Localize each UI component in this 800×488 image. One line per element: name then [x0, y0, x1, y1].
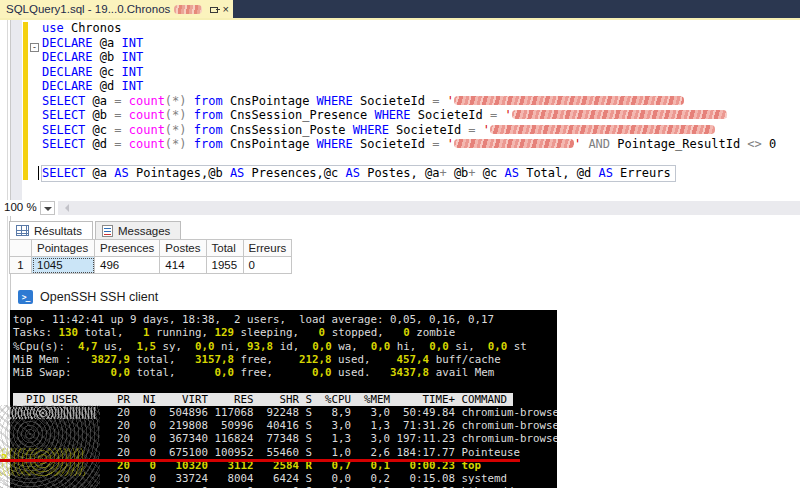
red-annotation-underline [0, 459, 520, 462]
code-line[interactable]: SELECT @a AS Pointages,@b AS Presences,@… [42, 166, 675, 181]
results-tab-strip: Résultats Messages [9, 221, 181, 239]
code-token: INT [121, 50, 143, 64]
grid-header-row: PointagesPresencesPostesTotalErreurs [10, 240, 292, 257]
code-token: AND [588, 137, 610, 151]
code-line[interactable]: DECLARE @a INT [42, 36, 776, 51]
code-line[interactable]: SELECT @a = count(*) from CnsPointage WH… [42, 94, 776, 109]
tab-messages[interactable]: Messages [95, 221, 181, 239]
ssh-window-titlebar[interactable]: >_ OpenSSH SSH client [18, 290, 158, 304]
code-token: from [194, 123, 223, 137]
tab-resultats-label: Résultats [34, 225, 82, 237]
terminal-text: 3437,8 [390, 366, 429, 379]
redacted-societe-id [454, 139, 574, 148]
code-token: use [42, 21, 64, 35]
grid-cell[interactable]: 414 [160, 257, 206, 274]
terminal-text: free, [234, 353, 299, 366]
terminal-line: %Cpu(s): 4,7 us, 1,5 sy, 0,0 ni, 93,8 id… [13, 340, 557, 353]
terminal-text: 0,0 [488, 340, 508, 353]
code-token: + [439, 166, 446, 180]
code-token: Chronos [64, 21, 122, 35]
terminal-text: 0,0 [429, 340, 449, 353]
code-line[interactable]: SELECT @c = count(*) from CnsSession_Pos… [42, 123, 776, 138]
code-token [122, 123, 129, 137]
code-token: Presences,@c [244, 166, 345, 180]
code-token [122, 137, 129, 151]
close-icon[interactable]: × [223, 4, 229, 14]
code-token: @b [93, 50, 122, 64]
terminal-text: 3827,9 [91, 353, 130, 366]
code-token: ' [447, 137, 454, 151]
code-token: count [129, 137, 165, 151]
grid-cell[interactable]: 0 [243, 257, 292, 274]
code-line[interactable]: DECLARE @c INT [42, 65, 776, 80]
redacted-pid-user-top-row [0, 448, 85, 476]
code-token: AS [504, 166, 518, 180]
code-token: @c [93, 65, 122, 79]
sql-editor[interactable]: - use ChronosDECLARE @a INTDECLARE @b IN… [0, 20, 800, 200]
code-token: (*) [165, 108, 187, 122]
code-token: @d [93, 79, 122, 93]
terminal-text: 129 [215, 326, 235, 339]
terminal-text: total, [78, 326, 143, 339]
code-token: Total, @d [519, 166, 598, 180]
code-token: count [129, 108, 165, 122]
terminal-text: stopped, [325, 326, 403, 339]
pin-icon[interactable] [210, 4, 216, 14]
code-token: SocieteId [353, 94, 432, 108]
grid-cell[interactable]: 1045 [32, 257, 95, 274]
grid-column-header[interactable]: Pointages [32, 240, 95, 257]
code-token: SocieteId [389, 123, 468, 137]
grid-cell[interactable]: 496 [95, 257, 160, 274]
code-token [439, 94, 446, 108]
code-token: SocieteId [411, 108, 490, 122]
terminal-text: si, [449, 340, 488, 353]
grid-column-header[interactable]: Total [206, 240, 243, 257]
code-line[interactable]: DECLARE @b INT [42, 50, 776, 65]
code-token [187, 108, 194, 122]
code-token: from [194, 94, 223, 108]
terminal-text: free, [234, 366, 312, 379]
terminal-text: avail Mem [429, 366, 494, 379]
zoom-dropdown-button[interactable] [40, 201, 55, 215]
code-token: WHERE [317, 137, 353, 151]
horizontal-scrollbar[interactable] [58, 201, 800, 215]
grid-cell[interactable]: 1955 [206, 257, 243, 274]
code-token: 0 [762, 137, 776, 151]
terminal-text: used. [332, 366, 391, 379]
terminal-text: %Cpu(s): [13, 340, 78, 353]
terminal-text: id, [273, 340, 312, 353]
code-token: ' [483, 123, 490, 137]
code-line[interactable] [42, 152, 776, 167]
redacted-societe-id [512, 110, 727, 119]
grid-column-header[interactable]: Postes [160, 240, 206, 257]
code-token: DECLARE [42, 65, 93, 79]
row-header[interactable]: 1 [10, 257, 32, 274]
code-token: Postes, @a [360, 166, 439, 180]
scroll-left-icon[interactable] [61, 204, 69, 212]
code-line[interactable]: DECLARE @d INT [42, 79, 776, 94]
zoom-level[interactable]: 100 % [4, 201, 37, 213]
code-token: CnsPointage [223, 94, 317, 108]
code-line[interactable]: SELECT @b = count(*) from CnsSession_Pre… [42, 108, 776, 123]
code-line[interactable]: use Chronos [42, 21, 776, 36]
results-grid-icon [16, 225, 29, 236]
code-line[interactable]: SELECT @d = count(*) from CnsPointage WH… [42, 137, 776, 152]
code-token: Pointages,@b [129, 166, 230, 180]
code-fold-icon[interactable]: - [30, 43, 39, 52]
sql-code[interactable]: use ChronosDECLARE @a INTDECLARE @b INTD… [42, 21, 776, 181]
code-token: SELECT [42, 94, 85, 108]
code-token: INT [121, 36, 143, 50]
code-token: (*) [165, 94, 187, 108]
grid-corner-cell[interactable] [10, 240, 32, 257]
code-token: DECLARE [42, 36, 93, 50]
code-token: WHERE [374, 108, 410, 122]
grid-column-header[interactable]: Presences [95, 240, 160, 257]
code-token: AS [598, 166, 612, 180]
tab-sqlquery1[interactable]: SQLQuery1.sql - 19...0.Chronos × [0, 0, 233, 18]
code-token: CnsPointage [223, 137, 317, 151]
terminal-line: MiB Mem : 3827,9 total, 3157,8 free, 212… [13, 353, 557, 366]
grid-column-header[interactable]: Erreurs [243, 240, 292, 257]
code-token: SELECT [42, 166, 85, 180]
code-token: @a [93, 36, 122, 50]
tab-resultats[interactable]: Résultats [9, 221, 93, 239]
